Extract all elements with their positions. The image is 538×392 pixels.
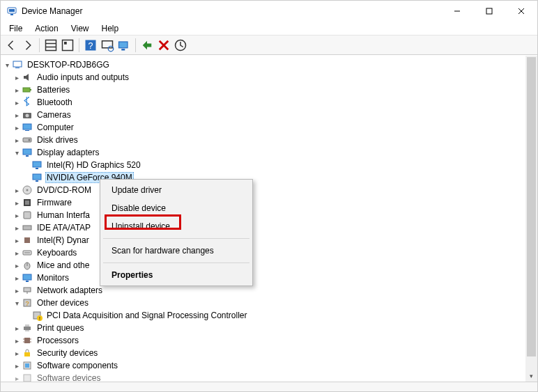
toolbar-separator (79, 38, 79, 52)
expand-icon[interactable]: ▸ (12, 235, 22, 245)
tree-node[interactable]: ▸Network adapters (2, 284, 537, 297)
tree-node[interactable]: ▸Processors (2, 334, 537, 347)
tree-node-root[interactable]: ▾ DESKTOP-RDJB6GG (2, 58, 537, 71)
tree-node[interactable]: ▸Monitors (2, 272, 537, 284)
tree-node[interactable]: ▸IDE ATA/ATAP (2, 221, 537, 234)
svg-rect-44 (24, 237, 30, 243)
tree-node[interactable]: ▸Security devices (2, 347, 537, 359)
tree-label: Mice and othe (36, 260, 91, 271)
tree-node[interactable]: ▸Computer (2, 121, 537, 134)
tree-label: Network adapters (36, 285, 104, 296)
tree-node[interactable]: ▸Software devices (2, 372, 537, 382)
expand-icon[interactable]: ▸ (12, 348, 22, 358)
tree-node[interactable]: ▸Intel(R) Dynar (2, 234, 537, 246)
menu-help[interactable]: Help (96, 22, 125, 35)
svg-rect-58 (24, 327, 31, 330)
expand-icon[interactable]: ▸ (12, 285, 22, 295)
menu-view[interactable]: View (66, 22, 95, 35)
svg-rect-68 (25, 363, 29, 368)
tree-node[interactable]: ▸Software components (2, 359, 537, 372)
scrollbar-thumb[interactable] (527, 57, 536, 356)
keyboard-icon (22, 247, 33, 258)
tree-node-other[interactable]: ▾?Other devices (2, 297, 537, 309)
uninstall-device-button[interactable] (156, 38, 171, 53)
cpu-icon (22, 335, 33, 346)
expand-icon[interactable]: ▸ (12, 323, 22, 333)
maximize-button[interactable] (473, 1, 505, 22)
svg-rect-36 (33, 174, 41, 180)
hid-icon (22, 210, 33, 221)
expand-icon[interactable]: ▸ (12, 223, 22, 233)
expand-icon[interactable]: ▸ (12, 185, 22, 195)
expand-icon[interactable]: ▸ (12, 373, 22, 382)
enable-device-button[interactable] (139, 38, 155, 53)
window-title: Device Manager (22, 6, 441, 16)
tree-label: Bluetooth (36, 97, 74, 108)
tree-node[interactable]: ▸Firmware (2, 196, 537, 209)
tree-node-display[interactable]: ▾Display adapters (2, 146, 537, 159)
tree-node-child[interactable]: ·Intel(R) HD Graphics 520 (2, 159, 537, 171)
svg-rect-22 (13, 61, 22, 67)
tree-node-child[interactable]: ·!PCI Data Acquisition and Signal Proces… (2, 309, 537, 322)
minimize-button[interactable] (441, 1, 473, 22)
expand-icon[interactable]: ▸ (12, 123, 22, 132)
expand-icon[interactable]: ▸ (12, 361, 22, 370)
monitor-icon (22, 272, 33, 283)
expand-icon[interactable]: ▸ (12, 97, 22, 107)
svg-rect-25 (30, 89, 31, 91)
expand-icon[interactable]: ▸ (12, 248, 22, 258)
tree-node-child-selected[interactable]: ·NVIDIA GeForce 940M (2, 171, 537, 184)
expand-icon[interactable]: ▸ (12, 110, 22, 120)
expand-icon[interactable]: ▸ (12, 260, 22, 270)
scan-changes-button[interactable] (173, 38, 188, 53)
expand-icon[interactable]: ▸ (12, 198, 22, 207)
collapse-icon[interactable]: ▾ (12, 298, 22, 308)
tree-node[interactable]: ▸Bluetooth (2, 96, 537, 109)
vertical-scrollbar[interactable]: ▾ (525, 56, 537, 382)
ctx-disable-device[interactable]: Disable device (102, 199, 251, 217)
expand-icon[interactable]: ▸ (12, 85, 22, 95)
tree-node[interactable]: ▸Keyboards (2, 246, 537, 259)
tree-label: Other devices (36, 297, 90, 308)
tree-node[interactable]: ▸Audio inputs and outputs (2, 71, 537, 84)
properties-button[interactable] (60, 38, 75, 53)
close-button[interactable] (505, 1, 537, 22)
expand-icon[interactable]: ▸ (12, 210, 22, 220)
svg-rect-50 (26, 281, 29, 282)
ctx-update-driver[interactable]: Update driver (102, 181, 251, 199)
show-hide-tree-button[interactable] (43, 38, 59, 53)
tree-node[interactable]: ▸DVD/CD-ROM (2, 184, 537, 196)
svg-rect-29 (25, 130, 29, 131)
expand-icon[interactable]: ▸ (12, 135, 22, 145)
tree-label: DESKTOP-RDJB6GG (26, 59, 111, 70)
ctx-properties[interactable]: Properties (102, 266, 251, 284)
menu-file[interactable]: File (3, 22, 28, 35)
menu-action[interactable]: Action (29, 22, 63, 35)
ctx-scan-hardware[interactable]: Scan for hardware changes (102, 242, 251, 260)
tree-label: PCI Data Acquisition and Signal Processi… (45, 310, 248, 321)
scan-hardware-button[interactable] (100, 38, 115, 53)
svg-rect-59 (25, 324, 29, 327)
expand-icon[interactable]: ▸ (12, 273, 22, 283)
scroll-down-icon[interactable]: ▾ (525, 370, 537, 382)
back-button[interactable] (3, 38, 19, 53)
forward-button[interactable] (20, 38, 36, 53)
tree-node[interactable]: ▸Human Interfa (2, 209, 537, 221)
tree-node[interactable]: ▸Mice and othe (2, 259, 537, 272)
tree-node[interactable]: ▸Batteries (2, 84, 537, 96)
tree-label: Batteries (36, 84, 71, 95)
tree-node[interactable]: ▸Disk drives (2, 134, 537, 146)
tree-node[interactable]: ▸Print queues (2, 322, 537, 334)
help-button[interactable]: ? (83, 38, 98, 53)
tree-label: Print queues (36, 322, 85, 334)
expand-icon[interactable]: ▸ (12, 72, 22, 82)
device-tree[interactable]: ▾ DESKTOP-RDJB6GG ▸Audio inputs and outp… (1, 56, 537, 382)
ctx-uninstall-device[interactable]: Uninstall device (102, 217, 251, 235)
tree-node[interactable]: ▸Cameras (2, 109, 537, 121)
update-driver-button[interactable] (116, 38, 132, 53)
collapse-icon[interactable]: ▾ (12, 148, 22, 157)
collapse-icon[interactable]: ▾ (2, 60, 12, 70)
tree-label: Computer (36, 122, 75, 133)
svg-rect-51 (24, 288, 31, 292)
expand-icon[interactable]: ▸ (12, 336, 22, 345)
